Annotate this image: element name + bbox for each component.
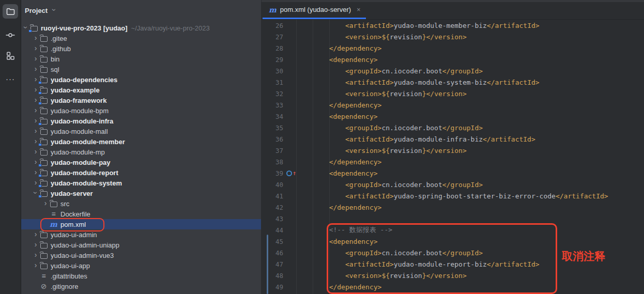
tree-item-yudao-module-system[interactable]: ›yudao-module-system (21, 178, 261, 188)
tree-item-yudao-module-bpm[interactable]: ›yudao-module-bpm (21, 105, 261, 116)
tree-item-yudao-ui-admin[interactable]: ›yudao-ui-admin (21, 229, 261, 240)
tree-item-sql[interactable]: ›sql (21, 64, 261, 74)
chevron-right-icon[interactable]: › (33, 66, 39, 72)
code-line-36[interactable]: 36 <artifactId>yudao-module-infra-biz</a… (262, 133, 644, 145)
code-line-38[interactable]: 38 </dependency> (262, 156, 644, 167)
tree-item-bin[interactable]: ›bin (21, 54, 261, 64)
tree-item-pom-xml[interactable]: ›mpom.xml (21, 219, 261, 229)
tree-item-yudao-module-infra[interactable]: ›yudao-module-infra (21, 116, 261, 126)
code-line-44[interactable]: 44 <!-- 数据报表 --> (262, 224, 644, 236)
code-line-46[interactable]: 46 <groupId>cn.iocoder.boot</groupId> (262, 247, 644, 258)
tree-item-yudao-ui-admin-vue3[interactable]: ›yudao-ui-admin-vue3 (21, 250, 261, 260)
code-line-29[interactable]: 29 <dependency> (262, 54, 644, 65)
code-line-32[interactable]: 32 <version>${revision}</version> (262, 88, 644, 99)
tree-item-yudao-ui-app[interactable]: ›yudao-ui-app (21, 260, 261, 271)
tree-item-label: yudao-module-infra (51, 117, 113, 125)
chevron-right-icon[interactable]: › (33, 35, 39, 41)
code-line-33[interactable]: 33 </dependency> (262, 99, 644, 111)
code-line-49[interactable]: 49 </dependency> (262, 281, 644, 292)
tree-item-yudao-module-pay[interactable]: ›yudao-module-pay (21, 157, 261, 167)
line-number: 33 (262, 101, 283, 109)
tab-pom-xml[interactable]: m pom.xml (yudao-server) × (263, 0, 366, 19)
code-line-41[interactable]: 41 <artifactId>yudao-spring-boot-starter… (262, 190, 644, 202)
tree-item-github[interactable]: ›.github (21, 43, 261, 54)
code-text: <version>${revision}</version> (297, 33, 467, 41)
chevron-right-icon[interactable]: › (33, 55, 39, 61)
commit-tool-button[interactable] (3, 28, 18, 42)
tree-item-label: yudao-framework (51, 97, 106, 104)
tree-item-yudao-ui-admin-uniapp[interactable]: ›yudao-ui-admin-uniapp (21, 240, 261, 250)
code-text: </dependency> (297, 101, 381, 109)
code-line-26[interactable]: 26 <artifactId>yudao-module-member-biz</… (262, 20, 644, 31)
code-line-45[interactable]: 45 <dependency> (262, 236, 644, 247)
tree-item-label: bin (51, 55, 59, 63)
code-line-31[interactable]: 31 <artifactId>yudao-module-system-biz</… (262, 76, 644, 88)
chevron-right-icon[interactable]: › (33, 241, 39, 247)
chevron-right-icon[interactable]: › (33, 231, 39, 237)
code-line-48[interactable]: 48 <version>${revision}</version> (262, 270, 644, 281)
tree-item-label: src (60, 200, 69, 208)
tree-item-label: yudao-module-pay (51, 159, 111, 166)
tree-item-yudao-dependencies[interactable]: ›yudao-dependencies (21, 74, 261, 85)
more-tool-windows-button[interactable]: ··· (6, 74, 15, 83)
tree-item-gitee[interactable]: ›.gitee (21, 33, 261, 43)
code-line-35[interactable]: 35 <groupId>cn.iocoder.boot</groupId> (262, 122, 644, 133)
tree-item-yudao-example[interactable]: ›yudao-example (21, 85, 261, 95)
tree-item-label: yudao-module-mp (51, 148, 105, 156)
code-text: <artifactId>yudao-module-system-biz</art… (297, 79, 540, 86)
code-line-39[interactable]: 39↑ <dependency> (262, 167, 644, 179)
tree-item-yudao-module-mp[interactable]: ›yudao-module-mp (21, 147, 261, 157)
red-up-arrow-icon: ↑ (293, 171, 296, 176)
tree-item-ruoyi-vue-pro-2023-yudao[interactable]: ›ruoyi-vue-pro-2023 [yudao]~/Java/ruoyi-… (21, 23, 261, 33)
chevron-right-icon[interactable]: › (33, 148, 39, 154)
chevron-right-icon[interactable]: › (42, 200, 49, 206)
tree-item-gitattributes[interactable]: ›≡.gitattributes (21, 271, 261, 281)
code-text: <artifactId>yudao-module-report-biz</art… (297, 260, 540, 268)
code-text: <artifactId>yudao-spring-boot-starter-bi… (297, 192, 608, 200)
tree-item-yudao-server[interactable]: ›yudao-server (21, 188, 261, 198)
line-number: 26 (262, 22, 283, 29)
tree-item-yudao-module-member[interactable]: ›yudao-module-member (21, 136, 261, 147)
tree-item-dockerfile[interactable]: ›≡Dockerfile (21, 209, 261, 219)
line-number: 48 (262, 272, 283, 280)
module-folder-icon (39, 117, 49, 125)
close-icon[interactable]: × (357, 6, 361, 13)
code-line-40[interactable]: 40 <groupId>cn.iocoder.boot</groupId> (262, 179, 644, 190)
code-line-27[interactable]: 27 <version>${revision}</version> (262, 31, 644, 42)
project-panel-header[interactable]: Project › (21, 0, 261, 21)
code-line-28[interactable]: 28 </dependency> (262, 42, 644, 54)
code-line-43[interactable]: 43 (262, 213, 644, 224)
folder-icon (39, 251, 49, 259)
tree-item-label: yudao-module-report (51, 169, 118, 177)
editor-pane: m pom.xml (yudao-server) × 取消注释 26 <arti… (262, 0, 644, 294)
chevron-right-icon[interactable]: › (33, 262, 39, 268)
code-line-37[interactable]: 37 <version>${revision}</version> (262, 145, 644, 156)
code-area[interactable]: 取消注释 26 <artifactId>yudao-module-member-… (262, 20, 644, 294)
tree-item-yudao-framework[interactable]: ›yudao-framework (21, 95, 261, 105)
code-line-30[interactable]: 30 <groupId>cn.iocoder.boot</groupId> (262, 65, 644, 76)
tree-item-label: yudao-ui-admin (51, 231, 97, 239)
code-line-47[interactable]: 47 <artifactId>yudao-module-report-biz</… (262, 258, 644, 270)
navigation-gutter-icon[interactable]: ↑ (283, 171, 297, 176)
tree-item-gitignore[interactable]: ›⊘.gitignore (21, 281, 261, 291)
tree-item-yudao-module-report[interactable]: ›yudao-module-report (21, 167, 261, 178)
folder-icon (39, 55, 49, 63)
tree-item-yudao-module-mall[interactable]: ›yudao-module-mall (21, 126, 261, 136)
line-number: 27 (262, 33, 283, 41)
chevron-right-icon[interactable]: › (33, 45, 39, 51)
chevron-right-icon[interactable]: › (33, 252, 39, 258)
module-folder-icon (39, 137, 49, 146)
code-line-34[interactable]: 34 <dependency> (262, 111, 644, 122)
text-file-icon: ≡ (39, 272, 49, 280)
chevron-right-icon[interactable]: › (33, 107, 39, 113)
line-number: 32 (262, 90, 283, 98)
chevron-down-icon[interactable]: › (51, 7, 57, 13)
blue-circle-icon (286, 171, 292, 176)
chevron-right-icon[interactable]: › (33, 128, 39, 134)
tree-item-src[interactable]: ›src (21, 198, 261, 209)
project-tool-button[interactable] (3, 4, 18, 19)
structure-tool-button[interactable] (3, 49, 18, 63)
code-line-42[interactable]: 42 </dependency> (262, 202, 644, 213)
tree-item-label: yudao-module-bpm (51, 107, 109, 115)
tree-item-label: .github (51, 45, 71, 53)
